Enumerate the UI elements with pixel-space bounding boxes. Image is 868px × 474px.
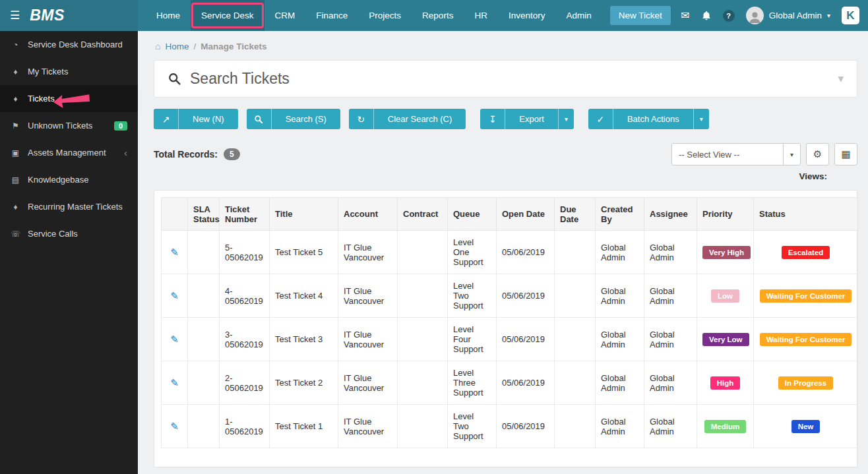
sidebar-item-service-desk-dashboard[interactable]: ◔Service Desk Dashboard <box>0 31 138 58</box>
select-view-value: -- Select View -- <box>672 144 783 165</box>
phone-icon: ☏ <box>11 229 20 239</box>
kaseya-logo[interactable]: K <box>842 7 859 24</box>
sla-status-cell <box>188 274 220 318</box>
status-badge: In Progress <box>778 376 833 390</box>
batch-actions-dropdown-caret-icon[interactable]: ▾ <box>693 109 709 129</box>
sidebar: ◔Service Desk Dashboard♦My Tickets♦Ticke… <box>0 31 138 474</box>
due-date-cell <box>555 231 596 274</box>
contract-cell <box>398 405 448 448</box>
nav-item-admin[interactable]: Admin <box>555 0 602 31</box>
queue-cell: Level Four Support <box>448 318 497 361</box>
ticket-number-cell: 5-05062019 <box>220 231 270 274</box>
col-header-title: Title <box>270 198 338 231</box>
created-by-cell: Global Admin <box>596 405 644 448</box>
nav-item-reports[interactable]: Reports <box>412 0 464 31</box>
sidebar-item-unknown-tickets[interactable]: ⚑Unknown Tickets0 <box>0 112 138 139</box>
nav-item-hr[interactable]: HR <box>464 0 498 31</box>
sidebar-item-label: Knowledgebase <box>28 175 89 185</box>
nav-item-finance[interactable]: Finance <box>305 0 358 31</box>
assignee-cell: Global Admin <box>644 274 697 318</box>
priority-badge: High <box>710 376 741 390</box>
hamburger-menu-icon[interactable]: ☰ <box>10 9 20 22</box>
nav-item-label: Inventory <box>509 11 545 20</box>
priority-badge: Medium <box>704 420 746 433</box>
edit-ticket-icon[interactable]: ✎ <box>170 247 179 258</box>
nav-item-label: HR <box>474 11 487 20</box>
col-header-ticket-number: Ticket Number <box>220 198 270 231</box>
sidebar-item-my-tickets[interactable]: ♦My Tickets <box>0 58 138 85</box>
assignee-cell: Global Admin <box>644 361 697 405</box>
nav-item-label: Home <box>156 11 180 20</box>
title-cell: Test Ticket 4 <box>270 274 338 318</box>
user-menu[interactable]: Global Admin ▾ <box>746 7 830 24</box>
export-button[interactable]: Export <box>505 109 558 129</box>
account-cell: IT Glue Vancouver <box>338 361 398 405</box>
gear-icon: ⚙ <box>813 148 822 160</box>
sidebar-item-service-calls[interactable]: ☏Service Calls <box>0 220 138 247</box>
view-settings-button[interactable]: ⚙ <box>806 143 829 165</box>
nav-item-service-desk[interactable]: Service Desk <box>191 0 264 31</box>
title-cell: Test Ticket 1 <box>270 405 338 448</box>
sla-status-cell <box>188 318 220 361</box>
book-icon: ▤ <box>11 175 20 185</box>
edit-ticket-icon[interactable]: ✎ <box>170 377 179 388</box>
queue-cell: Level One Support <box>448 231 497 274</box>
sla-status-cell <box>188 405 220 448</box>
breadcrumb-current: Manage Tickets <box>201 42 266 51</box>
nav-item-home[interactable]: Home <box>146 0 191 31</box>
col-header-assignee: Assignee <box>644 198 697 231</box>
select-view-caret-icon: ▾ <box>783 144 800 165</box>
mail-icon[interactable]: ✉ <box>681 11 689 21</box>
batch-actions-button[interactable]: Batch Actions <box>613 109 693 129</box>
due-date-cell <box>555 274 596 318</box>
sidebar-item-tickets[interactable]: ♦Tickets <box>0 85 138 112</box>
nav-item-crm[interactable]: CRM <box>264 0 306 31</box>
created-by-cell: Global Admin <box>596 361 644 405</box>
tickets-table-panel: SLA StatusTicket NumberTitleAccountContr… <box>154 190 857 467</box>
app-logo: BMS <box>30 7 65 24</box>
breadcrumb: ⌂ Home / Manage Tickets <box>154 31 857 60</box>
sidebar-item-label: Assets Management <box>28 148 106 158</box>
breadcrumb-home-icon: ⌂ <box>155 41 160 51</box>
new-button[interactable]: ↗ New (N) <box>154 109 238 129</box>
breadcrumb-home-link[interactable]: Home <box>165 42 189 51</box>
clear-search-button[interactable]: ↻ Clear Search (C) <box>349 109 466 129</box>
edit-ticket-icon[interactable]: ✎ <box>170 290 179 301</box>
sidebar-item-assets-management[interactable]: ▣Assets Management‹ <box>0 139 138 166</box>
col-header-open-date: Open Date <box>497 198 555 231</box>
edit-ticket-icon[interactable]: ✎ <box>170 421 179 432</box>
help-icon[interactable]: ? <box>723 10 735 22</box>
title-cell: Test Ticket 3 <box>270 318 338 361</box>
nav-item-inventory[interactable]: Inventory <box>498 0 556 31</box>
title-cell: Test Ticket 2 <box>270 361 338 405</box>
due-date-cell <box>555 405 596 448</box>
column-chooser-button[interactable]: ▦ <box>834 143 857 165</box>
navbar-right-section: ✉ ? Global Admin ▾ K <box>681 0 868 31</box>
open-date-cell: 05/06/2019 <box>497 405 555 448</box>
new-ticket-button[interactable]: New Ticket <box>610 6 671 25</box>
sidebar-item-knowledgebase[interactable]: ▤Knowledgebase <box>0 166 138 193</box>
sidebar-item-recurring-master-tickets[interactable]: ♦Recurring Master Tickets <box>0 193 138 220</box>
select-view-dropdown[interactable]: -- Select View -- ▾ <box>671 143 801 165</box>
bms-app: ☰ BMS HomeService DeskCRMFinanceProjects… <box>0 0 868 474</box>
created-by-cell: Global Admin <box>596 274 644 318</box>
account-cell: IT Glue Vancouver <box>338 318 398 361</box>
open-date-cell: 05/06/2019 <box>497 361 555 405</box>
tickets-table: SLA StatusTicket NumberTitleAccountContr… <box>161 197 858 448</box>
flag-icon: ⚑ <box>11 121 20 131</box>
edit-ticket-icon[interactable]: ✎ <box>170 334 179 345</box>
ticket-icon: ♦ <box>11 202 20 212</box>
table-row: ✎ 3-05062019 Test Ticket 3 IT Glue Vanco… <box>162 318 858 361</box>
search-icon <box>247 109 272 129</box>
open-date-cell: 05/06/2019 <box>497 274 555 318</box>
export-dropdown-caret-icon[interactable]: ▾ <box>558 109 574 129</box>
nav-item-label: Admin <box>566 11 591 20</box>
panel-collapse-chevron-icon[interactable]: ▾ <box>838 72 844 86</box>
created-by-cell: Global Admin <box>596 318 644 361</box>
search-button[interactable]: Search (S) <box>247 109 340 129</box>
ticket-number-cell: 1-05062019 <box>220 405 270 448</box>
breadcrumb-separator: / <box>193 42 196 51</box>
bell-icon[interactable] <box>701 11 712 21</box>
nav-item-projects[interactable]: Projects <box>358 0 412 31</box>
ticket-number-cell: 2-05062019 <box>220 361 270 405</box>
